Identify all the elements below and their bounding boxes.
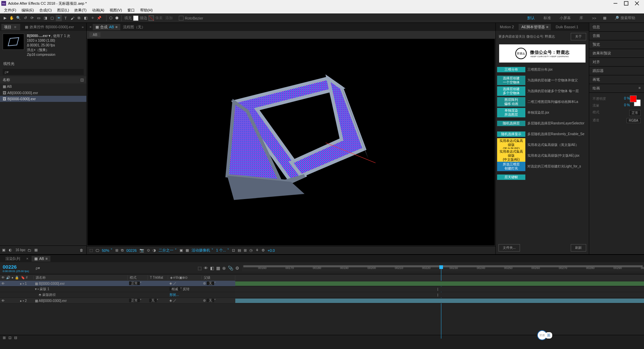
col-source-name[interactable]: 源名称 <box>34 275 128 280</box>
ime-badge[interactable]: 野鹿 英 <box>537 330 553 340</box>
project-search-input[interactable] <box>3 69 84 75</box>
bpc-icon[interactable]: ◐ <box>9 248 13 252</box>
folder-button[interactable]: 文件夹... <box>498 244 520 251</box>
mask-icon[interactable]: ▤ <box>238 248 241 253</box>
project-item[interactable]: ▦ AB <box>0 83 86 90</box>
tl-shy-icon[interactable]: 👁 <box>204 266 208 271</box>
script-button[interactable]: 层关键帧 <box>497 174 525 180</box>
dock-tab[interactable]: 画笔 <box>589 75 644 84</box>
resolution-dropdown[interactable]: 二分之一 ˅ <box>159 248 177 253</box>
col-trkmat[interactable]: T TrkMat <box>148 276 168 279</box>
aspect-icon[interactable]: ⊞ <box>115 248 118 253</box>
menu-e[interactable]: 编辑(E) <box>19 7 37 13</box>
col-parent[interactable]: 父级 <box>202 275 235 280</box>
tl-brainstorm-icon[interactable]: ⚙ <box>235 266 239 271</box>
new-folder-icon[interactable]: 🗀 <box>28 248 32 252</box>
menu-[interactable]: 窗口 <box>125 7 137 13</box>
trash-icon[interactable]: 🗑 <box>80 248 84 252</box>
project-tree[interactable]: ▦ AB🖼 AB[0000-0300].exr🖼 B[0000-0300].ex… <box>0 83 86 245</box>
roto-tool[interactable]: ✧ <box>89 15 95 21</box>
eraser-tool[interactable]: ◧ <box>83 15 89 21</box>
tl-toggle-icon1[interactable]: ⊞ <box>3 336 6 340</box>
viewport[interactable] <box>87 39 495 245</box>
current-time[interactable]: 00226 <box>3 264 29 270</box>
col-mode[interactable]: 模式 <box>128 275 148 280</box>
camera-tool[interactable]: ▭ <box>36 15 42 21</box>
bpc-label[interactable]: 16 bpc <box>15 248 26 252</box>
search-help-input[interactable]: 搜索帮助 <box>620 15 635 21</box>
script-button[interactable]: 所选三维层创建灯光 <box>497 162 525 171</box>
rotation-tool[interactable]: ⟳ <box>29 15 35 21</box>
folder-type-icon[interactable]: ◫ <box>80 78 84 82</box>
panel-chevron-icon[interactable]: » <box>80 25 85 29</box>
layer-row-2[interactable]: 👁 ▸ ▪ 2 ▦ AB[0000-0300].exr 正常˅ 无˅ ◈ ／ ⊚… <box>0 298 644 304</box>
close-icon[interactable] <box>635 1 639 6</box>
snap-icon[interactable]: ⬡ <box>108 15 114 21</box>
workspace-library[interactable]: 库 <box>577 15 585 21</box>
brush-tool[interactable]: 🖌 <box>69 15 75 21</box>
orbit-tool[interactable]: ↺ <box>22 15 28 21</box>
rotobezier-checkbox[interactable] <box>179 16 184 21</box>
tl-draft3d-icon[interactable]: ◧ <box>210 266 214 271</box>
tab-composition[interactable]: ▦ 合成 AB ≡ <box>93 24 120 30</box>
tab-duik[interactable]: Duik Bassel.1 <box>553 24 581 30</box>
workspace-grid-icon[interactable]: ▦ <box>603 16 606 20</box>
paint-mode-dropdown[interactable]: 正常 <box>629 110 641 116</box>
puppet-tool[interactable]: 📌 <box>96 15 102 21</box>
interpret-icon[interactable]: ▣ <box>2 248 7 252</box>
menu-h[interactable]: 帮助(H) <box>137 7 155 13</box>
show-snapshot-icon[interactable]: ⊙ <box>147 248 150 253</box>
paint-channel-dropdown[interactable]: RGBA <box>627 118 641 123</box>
layer-mask-row[interactable]: ▾ ▪ 蒙版 1 相减˅ 反转 <box>0 286 644 292</box>
pen-tool[interactable]: ✒ <box>56 15 62 21</box>
menu-v[interactable]: 视图(V) <box>107 7 125 13</box>
roi-icon[interactable]: ▣ <box>179 248 183 253</box>
col-audio-icon[interactable]: 🔊 <box>6 276 10 279</box>
tab-flowchart[interactable]: 流程图（无） <box>120 24 148 30</box>
layer2-parent-dropdown[interactable]: 无 <box>207 299 214 302</box>
pixel-icon[interactable]: ⊞ <box>244 248 247 253</box>
new-comp-icon[interactable]: ▦ <box>34 248 39 252</box>
render-icon[interactable]: ⚙ <box>261 248 265 253</box>
script-button[interactable]: 随机选择显示 <box>497 131 525 137</box>
snapshot-icon[interactable]: 📷 <box>139 248 144 253</box>
col-solo-icon[interactable]: ● <box>11 276 13 279</box>
camera-dropdown[interactable]: 活动摄像机 ˅ <box>192 248 213 253</box>
current-frame[interactable]: 00226 <box>126 248 137 253</box>
display-icon[interactable]: 🖵 <box>95 248 99 253</box>
layer1-mode-dropdown[interactable]: 正常 <box>129 281 140 285</box>
menu-a[interactable]: 动画(A) <box>89 7 107 13</box>
layer2-mode-dropdown[interactable]: 正常 <box>129 299 140 302</box>
zoom-tool[interactable]: 🔍 <box>15 15 22 21</box>
tl-toggle-icon3[interactable]: ⊟ <box>14 336 17 340</box>
menu-t[interactable]: 效果(T) <box>72 7 89 13</box>
dock-tab[interactable]: 信息 <box>589 23 644 32</box>
tab-script-manager[interactable]: AE脚本管理器 ≡ <box>519 24 551 30</box>
refresh-button[interactable]: 刷新 <box>571 244 586 251</box>
timeline-layers[interactable]: 👁 ▸ ▪ 1 ▦ B[0000-0300].exr 正常˅ ◈ ／ ⊚ 无˅ … <box>0 281 644 335</box>
close-tab-icon[interactable]: × <box>88 25 93 29</box>
layer-row-1[interactable]: 👁 ▸ ▪ 1 ▦ B[0000-0300].exr 正常˅ ◈ ／ ⊚ 无˅ <box>0 281 644 286</box>
tab-motion2[interactable]: Motion 2 <box>497 24 517 30</box>
tl-motion-blur-icon[interactable]: ⊗ <box>222 266 226 271</box>
close-tab-icon[interactable]: × <box>26 257 28 261</box>
transparency-icon[interactable]: ▦ <box>186 248 189 253</box>
opacity-value[interactable]: 0 % <box>624 96 630 101</box>
tab-render-queue[interactable]: 渲染队列 <box>3 256 23 262</box>
zoom-dropdown[interactable]: 50% ˅ <box>102 248 113 253</box>
guides-icon[interactable]: ⊡ <box>232 248 235 253</box>
hand-tool[interactable]: ✋ <box>9 15 15 21</box>
script-button[interactable]: 选择层创建一个空物体 <box>497 76 525 85</box>
about-button[interactable]: 关于 <box>571 33 586 40</box>
tab-project[interactable]: 项目≡ <box>1 24 20 30</box>
comp-crumb[interactable]: AB <box>89 32 100 37</box>
tab-timeline-comp[interactable]: ▦ AB ≡ <box>32 256 50 262</box>
layer2-trkmat-dropdown[interactable]: 无 <box>149 299 157 302</box>
shape-tool[interactable]: ▢ <box>49 15 55 21</box>
type-tool[interactable]: T <box>63 15 69 21</box>
script-list[interactable]: 三维分布三维图层分布.jsx选择层创建一个空物体为选择的层创建一个空物体并做父选… <box>496 65 589 241</box>
project-item[interactable]: 🖼 AB[0000-0300].exr <box>0 90 86 96</box>
workspace-default[interactable]: 默认 <box>525 15 537 21</box>
dock-tab[interactable]: 预览 <box>589 40 644 49</box>
minimize-icon[interactable] <box>613 1 618 6</box>
